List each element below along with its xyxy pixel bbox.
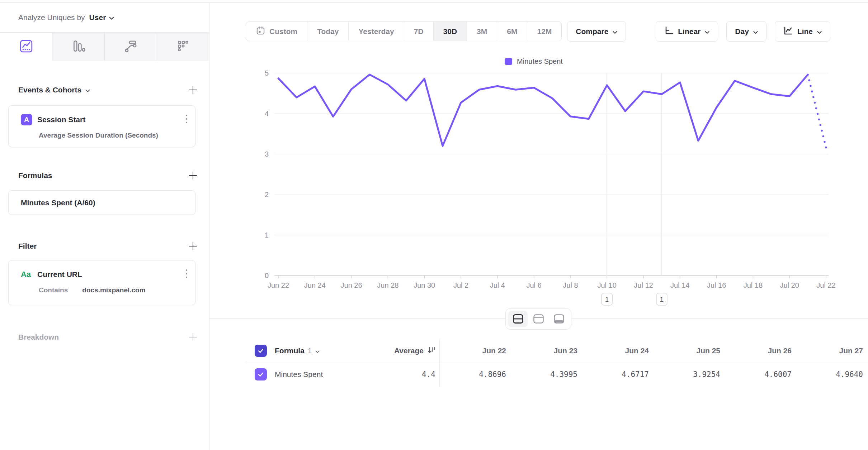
top-border bbox=[0, 3, 868, 3]
series-name: Minutes Spent bbox=[275, 370, 323, 379]
x-axis-label: Jun 30 bbox=[414, 281, 435, 289]
date-column-header: Jun 25 bbox=[654, 346, 725, 355]
add-formula-button[interactable] bbox=[188, 170, 198, 181]
select-all-checkbox[interactable] bbox=[255, 345, 267, 357]
annotation-count: 1 bbox=[605, 296, 609, 303]
text-property-icon: Aa bbox=[19, 269, 32, 280]
filter-card[interactable]: Aa Current URL Contains docs.mixpanel.co… bbox=[8, 260, 195, 305]
cell-value: 4.3995 bbox=[511, 370, 582, 379]
x-axis-label: Jul 18 bbox=[744, 281, 763, 289]
filter-property-name: Current URL bbox=[37, 270, 179, 279]
x-axis-label: Jun 24 bbox=[304, 281, 326, 289]
add-filter-button[interactable] bbox=[188, 241, 198, 252]
date-column-header: Jun 26 bbox=[725, 346, 797, 355]
x-axis-label: Jul 14 bbox=[670, 281, 689, 289]
x-axis-label: Jul 20 bbox=[780, 281, 799, 289]
layout-chart-only-button[interactable] bbox=[529, 311, 548, 327]
y-axis-label: 1 bbox=[265, 231, 269, 239]
series-checkbox[interactable] bbox=[255, 368, 267, 380]
cell-value: 4.6717 bbox=[582, 370, 654, 379]
y-axis-label: 3 bbox=[265, 150, 269, 158]
filter-section-title: Filter bbox=[18, 242, 37, 250]
y-axis-label: 4 bbox=[265, 110, 269, 118]
line-chart: 01234511Jun 22Jun 24Jun 26Jun 28Jun 30Ju… bbox=[209, 0, 868, 315]
x-axis-label: Jun 28 bbox=[377, 281, 398, 289]
funnels-icon bbox=[71, 39, 86, 55]
add-breakdown-button[interactable] bbox=[188, 332, 198, 343]
breakdown-section-header: Breakdown bbox=[18, 332, 198, 343]
x-axis-label: Jun 22 bbox=[268, 281, 289, 289]
x-axis-label: Jul 16 bbox=[707, 281, 726, 289]
formulas-section-title: Formulas bbox=[18, 171, 52, 180]
analyze-header: Analyze Uniques by User bbox=[0, 3, 209, 32]
layout-toggle bbox=[505, 308, 571, 330]
layout-table-only-button[interactable] bbox=[549, 311, 569, 327]
event-name: Session Start bbox=[37, 115, 179, 124]
x-axis-label: Jul 22 bbox=[816, 281, 835, 289]
date-column-header: Jun 24 bbox=[582, 346, 654, 355]
formula-column-header[interactable]: Formula 1 bbox=[275, 346, 320, 355]
series-line-incomplete bbox=[808, 75, 826, 148]
filter-value[interactable]: docs.mixpanel.com bbox=[82, 286, 145, 294]
event-aggregation[interactable]: Average Session Duration (Seconds) bbox=[9, 126, 195, 139]
chevron-down-icon bbox=[315, 346, 320, 355]
x-axis-label: Jul 10 bbox=[598, 281, 617, 289]
retention-icon bbox=[176, 39, 190, 55]
y-axis-label: 5 bbox=[265, 69, 269, 77]
add-event-button[interactable] bbox=[188, 85, 198, 95]
x-axis-label: Jul 6 bbox=[526, 281, 541, 289]
report-type-tabs bbox=[0, 32, 209, 61]
cell-value: 4.9640 bbox=[797, 370, 868, 379]
breakdown-section-title: Breakdown bbox=[18, 333, 59, 341]
sort-descending-icon[interactable] bbox=[427, 346, 435, 356]
flows-icon bbox=[124, 39, 138, 55]
results-table: Formula 1 Average Jun 22 Jun 23 Jun 24 J… bbox=[209, 340, 868, 387]
analyze-by-dropdown[interactable]: User bbox=[89, 13, 114, 22]
formula-expression: Minutes Spent (A/60) bbox=[21, 198, 95, 207]
tab-flows[interactable] bbox=[105, 33, 157, 61]
filter-section-header: Filter bbox=[18, 241, 198, 252]
date-column-header: Jun 22 bbox=[440, 346, 511, 355]
analyze-by-value: User bbox=[89, 13, 106, 22]
table-row: Minutes Spent 4.4 4.8696 4.3995 4.6717 3… bbox=[209, 362, 868, 387]
events-section-header: Events & Cohorts bbox=[18, 85, 198, 95]
event-card[interactable]: A Session Start Average Session Duration… bbox=[8, 105, 195, 147]
x-axis-label: Jun 26 bbox=[341, 281, 362, 289]
table-date-columns-row: 4.8696 4.3995 4.6717 3.9254 4.6007 4.964… bbox=[439, 362, 868, 387]
average-column-header[interactable]: Average bbox=[394, 346, 424, 355]
annotation-count: 1 bbox=[660, 296, 664, 303]
analyze-label: Analyze Uniques by bbox=[18, 13, 85, 22]
x-axis-label: Jul 4 bbox=[490, 281, 505, 289]
cell-value: 4.8696 bbox=[440, 370, 511, 379]
insights-icon bbox=[19, 39, 33, 55]
tab-retention[interactable] bbox=[157, 33, 209, 61]
cell-value: 3.9254 bbox=[654, 370, 725, 379]
formulas-section-header: Formulas bbox=[18, 170, 198, 181]
x-axis-label: Jul 8 bbox=[563, 281, 578, 289]
x-axis-label: Jul 12 bbox=[634, 281, 653, 289]
series-a-badge: A bbox=[21, 114, 32, 125]
formula-card[interactable]: Minutes Spent (A/60) bbox=[8, 190, 195, 215]
events-section-title[interactable]: Events & Cohorts bbox=[18, 86, 90, 94]
layout-split-button[interactable] bbox=[508, 311, 528, 327]
query-sidebar: Analyze Uniques by User Events & Cohorts… bbox=[0, 3, 209, 450]
chevron-down-icon bbox=[85, 86, 90, 94]
filter-operator[interactable]: Contains bbox=[39, 286, 68, 294]
tab-funnels[interactable] bbox=[52, 33, 105, 61]
chevron-down-icon bbox=[109, 13, 114, 22]
kebab-menu-icon[interactable] bbox=[184, 268, 189, 281]
average-value: 4.4 bbox=[422, 370, 435, 379]
kebab-menu-icon[interactable] bbox=[184, 113, 189, 126]
x-axis-label: Jul 2 bbox=[453, 281, 468, 289]
date-column-header: Jun 27 bbox=[797, 346, 868, 355]
tab-insights[interactable] bbox=[0, 33, 52, 61]
cell-value: 4.6007 bbox=[725, 370, 797, 379]
y-axis-label: 2 bbox=[265, 191, 269, 198]
report-main: Custom Today Yesterday 7D 30D 3M 6M 12M … bbox=[209, 0, 868, 450]
table-header-row: Formula 1 Average Jun 22 Jun 23 Jun 24 J… bbox=[209, 340, 868, 362]
date-column-header: Jun 23 bbox=[511, 346, 582, 355]
series-line bbox=[278, 75, 808, 146]
y-axis-label: 0 bbox=[265, 272, 269, 279]
table-date-columns-header: Jun 22 Jun 23 Jun 24 Jun 25 Jun 26 Jun 2… bbox=[439, 340, 868, 362]
